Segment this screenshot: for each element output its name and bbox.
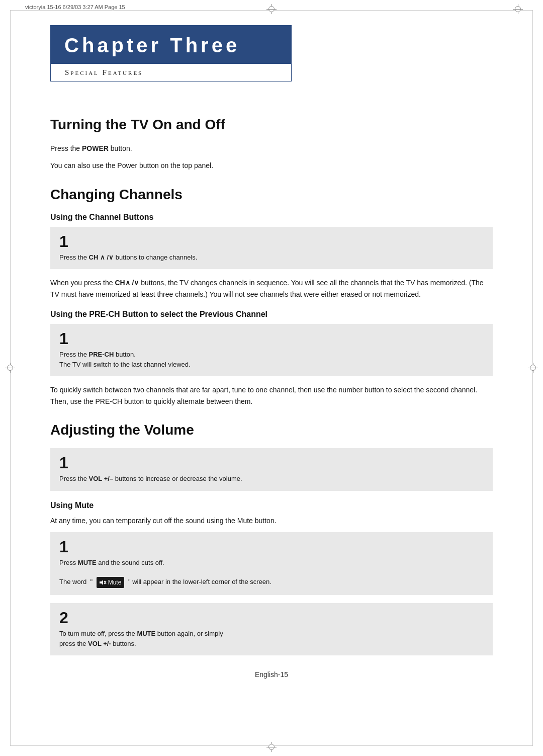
crosshair-mid-right [528,363,538,373]
crosshair-bottom-center [266,742,277,752]
crosshair-top-right [513,4,523,14]
page-border [10,10,533,746]
header-meta: victoryia 15-16 6/29/03 3:27 AM Page 15 [25,4,125,10]
crosshair-top-center [266,4,277,14]
crosshair-mid-left [5,363,15,373]
